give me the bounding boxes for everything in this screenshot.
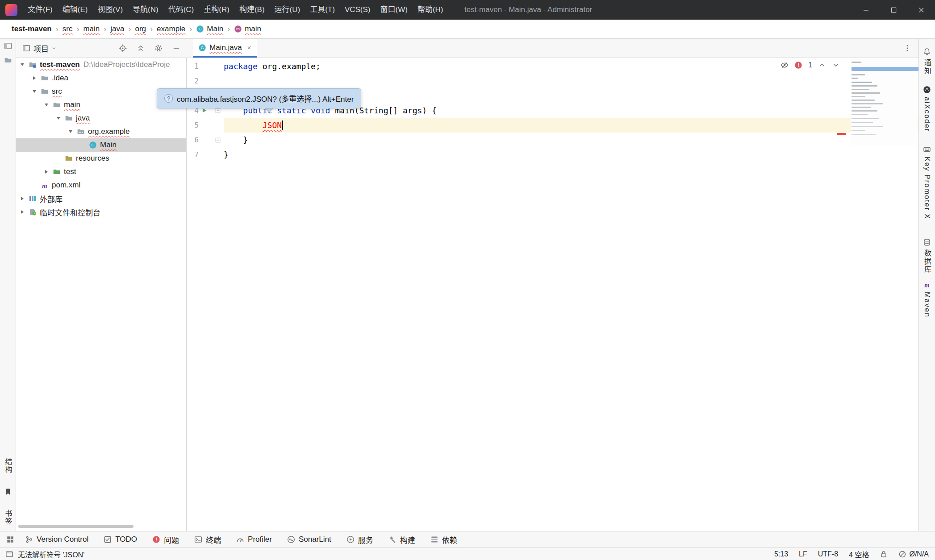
import-suggestion-tooltip[interactable]: ? com.alibaba.fastjson2.JSON? (多重选择...) …: [157, 88, 361, 108]
code-minimap[interactable]: [851, 58, 918, 145]
code-line[interactable]: 6 }: [187, 133, 918, 147]
ide-window: 文件(F)编辑(E)视图(V)导航(N)代码(C)重构(R)构建(B)运行(U)…: [0, 0, 935, 560]
highlight-level-icon[interactable]: [781, 61, 789, 69]
tab-options-kebab-icon[interactable]: [902, 42, 913, 54]
collapse-arrow-icon[interactable]: [66, 125, 75, 138]
menu-item[interactable]: 运行(U): [270, 0, 305, 20]
code-line[interactable]: 2: [187, 74, 918, 88]
maximize-button[interactable]: [880, 0, 907, 20]
tree-row[interactable]: CMain: [16, 138, 186, 152]
tab-main-java[interactable]: C Main.java: [193, 39, 257, 58]
collapse-arrow-icon[interactable]: [18, 58, 27, 71]
menu-item[interactable]: 构建(B): [234, 0, 270, 20]
write-access-icon[interactable]: [880, 550, 888, 558]
menu-item[interactable]: 导航(N): [128, 0, 163, 20]
code-editor[interactable]: 1package org.example;23public class Main…: [187, 58, 918, 531]
prev-error-icon[interactable]: [818, 61, 826, 69]
menu-item[interactable]: 编辑(E): [58, 0, 93, 20]
locate-file-button[interactable]: [117, 42, 129, 54]
right-stripe-button[interactable]: 数据库: [922, 238, 932, 274]
profiler-tab[interactable]: Profiler: [236, 535, 272, 544]
panel-settings-button[interactable]: [153, 42, 164, 54]
breadcrumb-item[interactable]: example: [157, 25, 185, 33]
menu-item[interactable]: VCS(S): [340, 0, 376, 20]
breadcrumb-item[interactable]: java: [110, 25, 124, 33]
breadcrumb-separator: ›: [227, 25, 230, 34]
next-error-icon[interactable]: [832, 61, 840, 69]
todo-tab[interactable]: TODO: [104, 535, 137, 544]
folder-stripe-button[interactable]: [0, 53, 16, 67]
menu-item[interactable]: 视图(V): [92, 0, 128, 20]
panel-title[interactable]: 项目: [33, 43, 49, 54]
right-stripe-button[interactable]: mMaven: [923, 281, 931, 318]
event-log-icon[interactable]: [5, 550, 13, 558]
bookmark-icon[interactable]: [4, 485, 12, 499]
services-tab[interactable]: 服务: [346, 534, 373, 545]
menu-item[interactable]: 帮助(H): [413, 0, 448, 20]
close-button[interactable]: [907, 0, 935, 20]
caret-position-widget[interactable]: 5:13: [774, 550, 788, 558]
library-icon: [29, 195, 37, 203]
build-tab[interactable]: 构建: [388, 534, 415, 545]
tree-row[interactable]: 外部库: [16, 192, 186, 205]
expand-arrow-icon[interactable]: [30, 71, 39, 85]
breadcrumb-item[interactable]: org: [135, 25, 146, 33]
close-tab-icon[interactable]: [246, 45, 252, 50]
left-tool-stripe: 结构 书签: [0, 39, 16, 531]
collapse-arrow-icon[interactable]: [54, 112, 63, 125]
menu-item[interactable]: 文件(F): [23, 0, 58, 20]
breadcrumb-item[interactable]: mmain: [234, 25, 261, 33]
menu-item[interactable]: 工具(T): [305, 0, 340, 20]
tree-row[interactable]: test: [16, 165, 186, 178]
tree-row[interactable]: test-mavenD:\IdeaProjects\IdeaProje: [16, 58, 186, 71]
terminal-tab[interactable]: 终端: [194, 534, 221, 545]
menu-item[interactable]: 代码(C): [163, 0, 199, 20]
structure-stripe-button[interactable]: 结构: [3, 458, 13, 474]
right-tool-stripe: 通知aiXcoderKey Promoter X数据库mMaven: [918, 39, 935, 531]
projecttool-icon: [4, 42, 12, 50]
code-text: }: [224, 133, 918, 147]
breadcrumb-item[interactable]: CMain: [196, 25, 223, 33]
hide-panel-button[interactable]: [171, 42, 182, 54]
fold-marker-icon[interactable]: [210, 133, 224, 147]
project-stripe-button[interactable]: [0, 39, 16, 53]
code-line[interactable]: 5 JSON: [187, 118, 918, 133]
error-stripe-mark[interactable]: [837, 133, 846, 135]
code-line[interactable]: 7}: [187, 147, 918, 162]
tool-window-switcher-icon[interactable]: [4, 534, 16, 545]
tree-row[interactable]: java: [16, 112, 186, 125]
indent-widget[interactable]: 4 空格: [849, 549, 869, 560]
horizontal-scrollbar[interactable]: [18, 525, 134, 528]
collapse-all-button[interactable]: [135, 42, 146, 54]
version-control-tab[interactable]: Version Control: [25, 535, 88, 544]
expand-arrow-icon[interactable]: [18, 205, 27, 219]
status-indicator[interactable]: Ø/N/A: [898, 550, 929, 558]
expand-arrow-icon[interactable]: [18, 192, 27, 205]
menu-item[interactable]: 窗口(W): [376, 0, 413, 20]
menu-item[interactable]: 重构(R): [199, 0, 234, 20]
tree-row[interactable]: 临时文件和控制台: [16, 205, 186, 219]
encoding-widget[interactable]: UTF-8: [818, 550, 838, 558]
right-stripe-button[interactable]: 通知: [922, 48, 932, 75]
minimize-button[interactable]: [852, 0, 880, 20]
collapse-arrow-icon[interactable]: [42, 98, 51, 112]
line-ending-widget[interactable]: LF: [799, 550, 807, 558]
collapse-arrow-icon[interactable]: [30, 85, 39, 98]
code-area[interactable]: 1package org.example;23public class Main…: [187, 59, 918, 162]
breadcrumb-item[interactable]: main: [83, 25, 100, 33]
tree-row[interactable]: org.example: [16, 125, 186, 138]
tree-row[interactable]: resources: [16, 152, 186, 165]
right-stripe-button[interactable]: aiXcoder: [923, 86, 931, 132]
bookmarks-stripe-button[interactable]: 书签: [3, 510, 13, 526]
arrow-spacer: [78, 138, 87, 152]
breadcrumb-item[interactable]: src: [63, 25, 73, 33]
dependencies-tab[interactable]: 依赖: [430, 534, 457, 545]
expand-arrow-icon[interactable]: [42, 165, 51, 178]
tree-row[interactable]: mpom.xml: [16, 178, 186, 192]
tree-row[interactable]: .idea: [16, 71, 186, 85]
breadcrumb-item[interactable]: test-maven: [12, 25, 52, 33]
right-stripe-button[interactable]: Key Promoter X: [923, 145, 931, 220]
sonarlint-tab[interactable]: SonarLint: [287, 535, 331, 544]
tab-row: 项目 C Main.java: [16, 39, 918, 58]
problems-tab[interactable]: 问题: [152, 534, 179, 545]
